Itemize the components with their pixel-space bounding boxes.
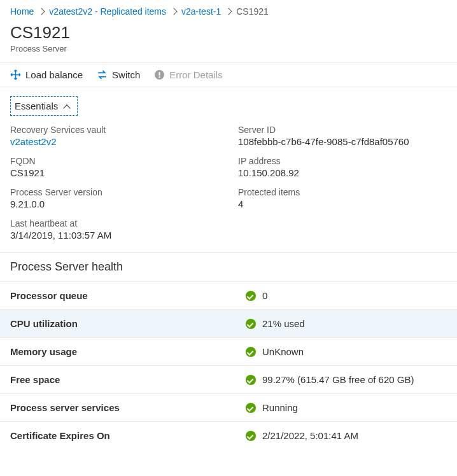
page-subtitle: Process Server xyxy=(10,44,447,53)
field-value: 9.21.0.0 xyxy=(10,199,219,209)
health-row-label: Memory usage xyxy=(10,346,246,357)
field-value-link[interactable]: v2atest2v2 xyxy=(10,136,219,147)
field-label: Last heartbeat at xyxy=(10,218,219,228)
status-ok-icon xyxy=(246,347,256,357)
switch-icon xyxy=(97,69,108,80)
essentials-toggle[interactable]: Essentials xyxy=(10,96,78,116)
health-value-text: UnKnown xyxy=(262,346,304,357)
field-label: Recovery Services vault xyxy=(10,125,219,135)
health-row-value: 2/21/2022, 5:01:41 AM xyxy=(246,430,358,441)
field-label: Protected items xyxy=(238,187,447,197)
error-icon xyxy=(154,69,165,80)
svg-rect-2 xyxy=(159,76,160,78)
load-balance-button[interactable]: Load balance xyxy=(10,69,83,80)
health-row-value: Running xyxy=(246,402,298,413)
status-ok-icon xyxy=(246,319,256,329)
health-row-value: UnKnown xyxy=(246,346,304,357)
field-value: CS1921 xyxy=(10,167,219,178)
toolbar: Load balance Switch Error Details xyxy=(0,62,457,87)
health-row[interactable]: Free space99.27% (615.47 GB free of 620 … xyxy=(0,365,457,393)
field-ip: IP address 10.150.208.92 xyxy=(238,156,447,178)
field-recovery-vault: Recovery Services vault v2atest2v2 xyxy=(10,125,219,147)
health-row-label: Processor queue xyxy=(10,290,246,301)
chevron-up-icon xyxy=(64,104,71,111)
error-details-button: Error Details xyxy=(154,69,222,80)
health-row-label: Certificate Expires On xyxy=(10,430,246,441)
field-label: Server ID xyxy=(238,125,447,135)
breadcrumb-current: CS1921 xyxy=(236,6,269,17)
health-value-text: 2/21/2022, 5:01:41 AM xyxy=(262,430,358,441)
status-ok-icon xyxy=(246,431,256,441)
field-value: 108febbb-c7b6-47fe-9085-c7fd8af05760 xyxy=(238,136,447,147)
field-value: 10.150.208.92 xyxy=(238,167,447,178)
field-version: Process Server version 9.21.0.0 xyxy=(10,187,219,209)
health-row-label: CPU utilization xyxy=(10,318,246,329)
field-label: Process Server version xyxy=(10,187,219,197)
breadcrumb: Home v2atest2v2 - Replicated items v2a-t… xyxy=(0,0,457,20)
switch-label: Switch xyxy=(112,69,140,80)
health-row[interactable]: CPU utilization21% used xyxy=(0,309,457,337)
chevron-right-icon xyxy=(171,7,176,16)
health-value-text: 0 xyxy=(262,290,267,301)
error-details-label: Error Details xyxy=(169,69,222,80)
health-row[interactable]: Process server servicesRunning xyxy=(0,393,457,421)
chevron-right-icon xyxy=(39,7,44,16)
field-server-id: Server ID 108febbb-c7b6-47fe-9085-c7fd8a… xyxy=(238,125,447,147)
health-value-text: 21% used xyxy=(262,318,305,329)
status-ok-icon xyxy=(246,403,256,413)
essentials-label: Essentials xyxy=(15,101,58,111)
essentials-panel: Recovery Services vault v2atest2v2 FQDN … xyxy=(0,116,457,252)
health-row-value: 99.27% (615.47 GB free of 620 GB) xyxy=(246,374,414,385)
chevron-right-icon xyxy=(226,7,231,16)
svg-rect-1 xyxy=(159,72,160,75)
field-value: 4 xyxy=(238,199,447,209)
status-ok-icon xyxy=(246,291,256,301)
load-balance-icon xyxy=(10,69,21,80)
health-row-value: 21% used xyxy=(246,318,305,329)
health-section-title: Process Server health xyxy=(0,252,457,281)
field-fqdn: FQDN CS1921 xyxy=(10,156,219,178)
page-header: CS1921 Process Server xyxy=(0,20,457,62)
health-row[interactable]: Processor queue0 xyxy=(0,281,457,309)
field-label: IP address xyxy=(238,156,447,166)
status-ok-icon xyxy=(246,375,256,385)
page-title: CS1921 xyxy=(10,23,447,43)
health-row[interactable]: Memory usageUnKnown xyxy=(0,337,457,365)
field-value: 3/14/2019, 11:03:57 AM xyxy=(10,230,219,241)
breadcrumb-link-test[interactable]: v2a-test-1 xyxy=(181,6,221,17)
switch-button[interactable]: Switch xyxy=(97,69,140,80)
breadcrumb-link-vault[interactable]: v2atest2v2 - Replicated items xyxy=(49,6,166,17)
health-row-label: Process server services xyxy=(10,402,246,413)
field-protected: Protected items 4 xyxy=(238,187,447,209)
field-heartbeat: Last heartbeat at 3/14/2019, 11:03:57 AM xyxy=(10,218,219,241)
health-row-label: Free space xyxy=(10,374,246,385)
field-label: FQDN xyxy=(10,156,219,166)
health-value-text: Running xyxy=(262,402,298,413)
breadcrumb-link-home[interactable]: Home xyxy=(10,6,34,17)
health-row[interactable]: Certificate Expires On2/21/2022, 5:01:41… xyxy=(0,421,457,449)
health-row-value: 0 xyxy=(246,290,267,301)
health-value-text: 99.27% (615.47 GB free of 620 GB) xyxy=(262,374,414,385)
load-balance-label: Load balance xyxy=(25,69,83,80)
